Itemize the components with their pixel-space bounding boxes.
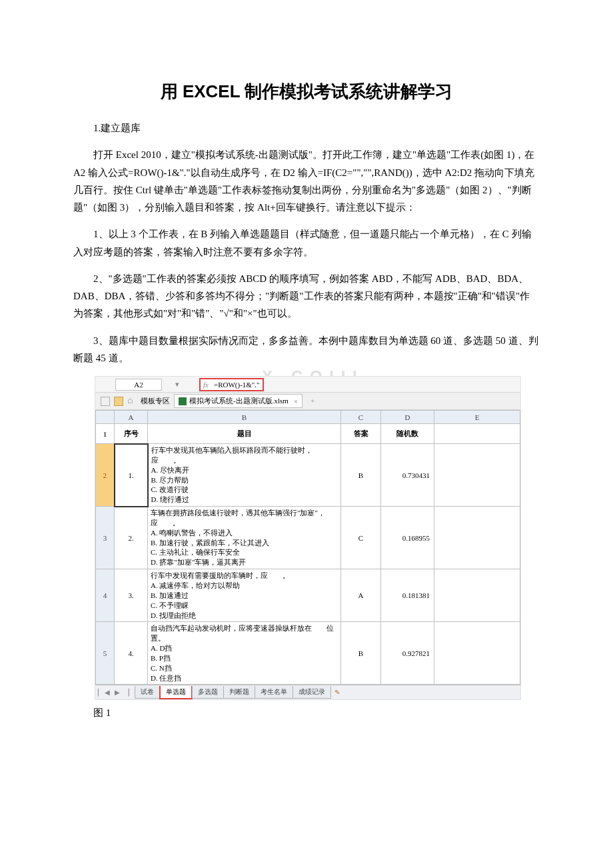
excel-screenshot: X . C O I I I A2 ▾ fx =ROW()-1&"." 模板专区 … [95,376,521,700]
formula-bar: A2 ▾ fx =ROW()-1&"." [95,377,520,393]
sheet-tab-score[interactable]: 成绩记录 [293,686,331,699]
new-doc-icon[interactable] [101,397,110,406]
cell-E5[interactable] [434,622,520,685]
sheet-tab-judge[interactable]: 判断题 [223,686,255,699]
cell-C3[interactable]: C [341,507,381,569]
header-A[interactable]: 序号 [115,424,148,444]
workbook-name: 模拟考试系统-出题测试版.xlsm [189,396,289,406]
cell-A5[interactable]: 4. [115,622,148,685]
cell-D3[interactable]: 0.168955 [381,507,434,569]
cell-B5[interactable]: 自动挡汽车起动发动机时，应将变速器操纵杆放在 位置。 A. D挡 B. P挡 C… [148,622,341,685]
cell-D5[interactable]: 0.927821 [381,622,434,685]
cell-C2[interactable]: B [341,444,381,507]
row-1[interactable]: 1 [96,424,115,444]
cell-E3[interactable] [434,507,520,569]
sheet-nav-arrows[interactable]: ▏◀ ▶ ▕ [98,689,131,696]
col-D[interactable]: D [381,411,434,424]
cell-A2[interactable]: 1. [115,444,148,507]
spreadsheet-grid: A B C D E 1 序号 题目 答案 随机数 2 1. 行车中发现其他车辆陷… [95,410,520,685]
close-tab-icon[interactable]: × [294,397,298,405]
figure-caption: 图 1 [93,707,540,719]
cell-B2[interactable]: 行车中发现其他车辆陷入损坏路段而不能行驶时，应 。 A. 尽快离开 B. 尽力帮… [148,444,341,507]
sheet-tab-list[interactable]: 考生名单 [255,686,293,699]
sheet-tab-single[interactable]: 单选题 [159,686,193,699]
row-3[interactable]: 3 [96,507,115,569]
paragraph-3: 1、以上 3 个工作表，在 B 列输入单选题题目（样式随意，但一道题只能占一个单… [73,225,540,261]
col-B[interactable]: B [148,411,341,424]
add-tab-button[interactable]: + [306,395,318,407]
row-5[interactable]: 5 [96,622,115,685]
cell-E2[interactable] [434,444,520,507]
template-zone-label[interactable]: 模板专区 [141,396,170,406]
paragraph-4: 2、"多选题"工作表的答案必须按 ABCD 的顺序填写，例如答案 ABD，不能写… [73,270,540,323]
page-title: 用 EXCEL 制作模拟考试系统讲解学习 [73,80,540,103]
fx-icon[interactable]: fx [203,381,209,389]
name-box[interactable]: A2 [115,379,162,391]
formula-input-wrapper: fx =ROW()-1&"." [199,378,264,391]
heading-1: 1.建立题库 [73,119,540,137]
cell-D2[interactable]: 0.730431 [381,444,434,507]
dropdown-icon[interactable]: ▾ [175,380,179,389]
formula-text[interactable]: =ROW()-1&"." [214,381,260,389]
sheet-tab-paper[interactable]: 试卷 [135,686,160,699]
cell-A4[interactable]: 3. [115,569,148,622]
header-D[interactable]: 随机数 [381,424,434,444]
cell-D4[interactable]: 0.181381 [381,569,434,622]
cell-B3[interactable]: 车辆在拥挤路段低速行驶时，遇其他车辆强行"加塞"，应 。 A. 鸣喇叭警告，不得… [148,507,341,569]
col-A[interactable]: A [115,411,148,424]
header-C[interactable]: 答案 [341,424,381,444]
cell-B4[interactable]: 行车中发现有需要援助的车辆时，应 。 A. 减速停车，给对方以帮助 B. 加速通… [148,569,341,622]
cell-A3[interactable]: 2. [115,507,148,569]
paragraph-5: 3、题库中题目数量根据实际情况而定，多多益善。本例中题库数目为单选题 60 道、… [73,332,540,367]
header-E[interactable] [434,424,520,444]
cell-E4[interactable] [434,569,520,622]
new-sheet-icon[interactable]: ✎ [334,689,340,696]
paragraph-2: 打开 Excel 2010，建立"模拟考试系统-出题测试版"。打开此工作簿，建立… [73,146,540,216]
cell-C5[interactable]: B [341,622,381,685]
row-4[interactable]: 4 [96,569,115,622]
workbook-tab[interactable]: 模拟考试系统-出题测试版.xlsm × [174,394,303,408]
col-C[interactable]: C [341,411,381,424]
folder-icon[interactable] [114,397,123,406]
header-B[interactable]: 题目 [148,424,341,444]
row-2[interactable]: 2 [96,444,115,507]
workbook-tab-bar: 模板专区 模拟考试系统-出题测试版.xlsm × + [95,393,520,410]
col-E[interactable]: E [434,411,520,424]
sheet-tab-bar: ▏◀ ▶ ▕ 试卷 单选题 多选题 判断题 考生名单 成绩记录 ✎ [95,685,520,699]
select-all-corner[interactable] [96,411,115,424]
sheet-tab-multi[interactable]: 多选题 [192,686,224,699]
home-icon[interactable] [127,397,137,406]
excel-file-icon [179,397,187,405]
cell-C4[interactable]: A [341,569,381,622]
